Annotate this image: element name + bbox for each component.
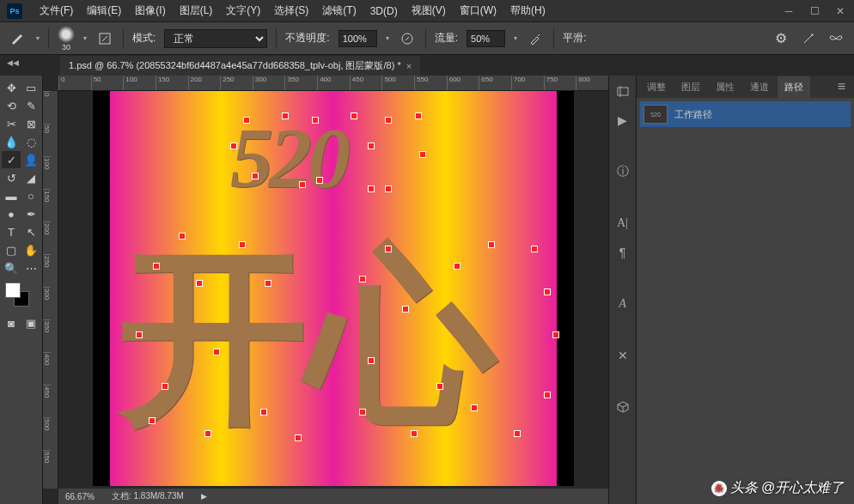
anchor-point[interactable] <box>239 241 246 248</box>
close-tab-icon[interactable]: × <box>406 61 412 71</box>
dodge-tool[interactable]: ● <box>2 205 21 222</box>
anchor-point[interactable] <box>230 143 237 149</box>
menu-layer[interactable]: 图层(L) <box>173 3 220 18</box>
anchor-point[interactable] <box>213 349 220 355</box>
menu-3d[interactable]: 3D(D) <box>363 5 405 17</box>
zoom-value[interactable]: 66.67% <box>65 492 95 501</box>
anchor-point[interactable] <box>196 280 203 287</box>
anchor-point[interactable] <box>488 241 495 248</box>
clone-tool[interactable]: 👤 <box>21 151 40 168</box>
anchor-point[interactable] <box>359 276 366 282</box>
frame-tool[interactable]: ⊠ <box>21 115 40 132</box>
anchor-point[interactable] <box>295 434 302 441</box>
tools-x-icon[interactable]: ✕ <box>614 347 631 364</box>
anchor-point[interactable] <box>204 430 211 437</box>
move-tool[interactable]: ✥ <box>2 79 21 96</box>
anchor-point[interactable] <box>385 117 392 124</box>
tab-properties[interactable]: 属性 <box>709 76 741 98</box>
anchor-point[interactable] <box>243 117 250 124</box>
info-icon[interactable]: ⓘ <box>614 163 631 180</box>
brush-preview-icon[interactable] <box>58 26 75 43</box>
anchor-point[interactable] <box>316 177 323 184</box>
dropdown-caret-icon[interactable]: ▾ <box>386 34 389 42</box>
brush-panel-icon[interactable] <box>95 29 114 48</box>
patch-tool[interactable]: ◌ <box>21 133 40 150</box>
minimize-button[interactable]: ─ <box>782 4 796 18</box>
butterfly-icon[interactable] <box>827 29 845 48</box>
menu-type[interactable]: 文字(Y) <box>219 3 267 18</box>
history-brush-tool[interactable]: ↺ <box>2 169 21 186</box>
quickmask-tool[interactable]: ◙ <box>2 314 21 331</box>
path-select-tool[interactable]: ↖ <box>21 223 40 240</box>
menu-help[interactable]: 帮助(H) <box>503 3 552 18</box>
lasso-tool[interactable]: ⟲ <box>2 97 21 114</box>
anchor-point[interactable] <box>136 331 143 338</box>
eyedropper-tool[interactable]: 💧 <box>2 133 21 150</box>
anchor-point[interactable] <box>179 233 186 240</box>
tool-preset-icon[interactable] <box>9 29 27 48</box>
anchor-point[interactable] <box>411 430 418 437</box>
play-icon[interactable]: ▶ <box>614 112 631 129</box>
ruler-vertical[interactable]: 050100150200250300350400450500550 <box>43 91 58 489</box>
anchor-point[interactable] <box>260 409 267 416</box>
anchor-point[interactable] <box>359 409 366 416</box>
anchor-point[interactable] <box>385 185 392 192</box>
anchor-point[interactable] <box>282 112 289 119</box>
crop-tool[interactable]: ✂ <box>2 115 21 132</box>
zoom-tool[interactable]: 🔍 <box>2 259 21 276</box>
airbrush-icon[interactable] <box>526 29 545 48</box>
menu-edit[interactable]: 编辑(E) <box>80 3 128 18</box>
quick-select-tool[interactable]: ✎ <box>21 97 40 114</box>
gear-icon[interactable]: ⚙ <box>772 29 790 48</box>
collapse-toolbox-icon[interactable]: ◀◀ <box>7 58 19 67</box>
path-item[interactable]: 520 工作路径 <box>640 101 851 127</box>
anchor-point[interactable] <box>544 288 551 295</box>
tab-layers[interactable]: 图层 <box>674 76 707 98</box>
eraser-tool[interactable]: ◢ <box>21 169 40 186</box>
anchor-point[interactable] <box>265 280 271 287</box>
anchor-point[interactable] <box>368 143 375 149</box>
dropdown-caret-icon[interactable]: ▾ <box>36 34 40 42</box>
char-a-icon[interactable]: A| <box>614 215 631 232</box>
flow-input[interactable] <box>467 30 505 47</box>
gradient-tool[interactable]: ▬ <box>2 187 21 204</box>
ruler-horizontal[interactable]: 0501001502002503003504004505005506006507… <box>58 76 608 91</box>
tab-paths[interactable]: 路径 <box>778 76 810 98</box>
status-caret-icon[interactable]: ▶ <box>201 492 207 501</box>
blur-tool[interactable]: ○ <box>21 187 40 204</box>
color-swatches[interactable] <box>2 282 40 310</box>
brush-tool[interactable]: ✓ <box>2 151 21 168</box>
anchor-point[interactable] <box>514 430 521 437</box>
close-button[interactable]: ✕ <box>833 4 847 18</box>
anchor-point[interactable] <box>552 331 559 338</box>
menu-window[interactable]: 窗口(W) <box>453 3 503 18</box>
dropdown-caret-icon[interactable]: ▾ <box>83 34 87 42</box>
anchor-point[interactable] <box>385 246 392 252</box>
anchor-point[interactable] <box>402 306 409 313</box>
hand-tool[interactable]: ✋ <box>21 241 40 258</box>
cube-icon[interactable] <box>614 398 631 416</box>
menu-select[interactable]: 选择(S) <box>267 3 315 18</box>
rectangle-tool[interactable]: ▢ <box>2 241 21 258</box>
anchor-point[interactable] <box>415 112 422 119</box>
symmetry-icon[interactable] <box>799 29 818 48</box>
anchor-point[interactable] <box>153 263 160 270</box>
document-tab[interactable]: 1.psd @ 66.7% (20855324bf6d4487a4e45a77d… <box>60 56 420 76</box>
anchor-point[interactable] <box>531 246 538 252</box>
menu-file[interactable]: 文件(F) <box>33 3 80 18</box>
mode-select[interactable]: 正常 <box>164 29 267 48</box>
anchor-point[interactable] <box>149 417 156 424</box>
frame-icon[interactable] <box>614 82 631 100</box>
marquee-tool[interactable]: ▭ <box>21 79 40 96</box>
paragraph-icon[interactable]: ¶ <box>614 244 631 261</box>
anchor-point[interactable] <box>351 112 357 119</box>
menu-image[interactable]: 图像(I) <box>128 3 172 18</box>
tab-adjustments[interactable]: 调整 <box>640 76 673 98</box>
maximize-button[interactable]: ☐ <box>808 4 821 18</box>
tab-channels[interactable]: 通道 <box>743 76 776 98</box>
pen-tool[interactable]: ✒ <box>21 205 40 222</box>
panel-menu-icon[interactable]: ≡ <box>833 79 851 94</box>
menu-view[interactable]: 视图(V) <box>405 3 453 18</box>
screenmode-tool[interactable]: ▣ <box>21 314 40 331</box>
anchor-point[interactable] <box>368 357 375 364</box>
